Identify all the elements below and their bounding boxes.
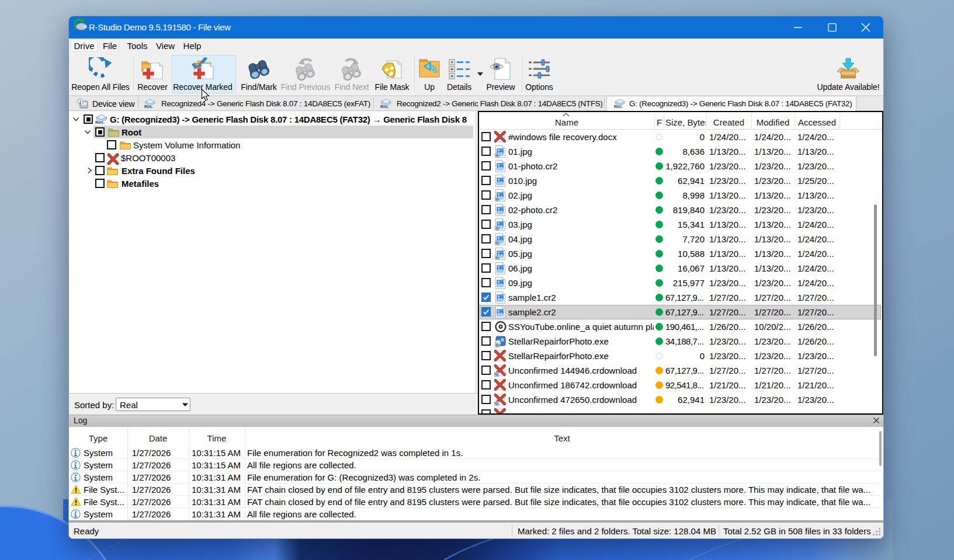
svg-text:Rec.: Rec. — [95, 120, 105, 125]
svg-text:Rec.: Rec. — [144, 105, 153, 109]
svg-text:Rec.: Rec. — [614, 105, 623, 109]
svg-text:Rec.: Rec. — [380, 105, 389, 109]
